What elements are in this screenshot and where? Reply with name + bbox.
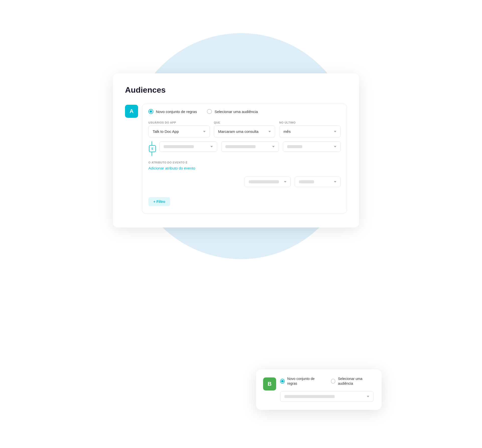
chevron-down-que-icon [268,131,271,132]
field-label-no-ultimo: NO ÚLTIMO [279,121,341,124]
radio-new-rules-b[interactable]: Novo conjunto de regras [280,376,321,386]
dropdown-placeholder-2[interactable] [221,141,279,152]
radio-new-rules-a[interactable]: Novo conjunto de regras [148,109,197,114]
dropdown-event-attr-2[interactable] [245,177,291,187]
audience-b-block: B Novo conjunto de regras Selecionar uma… [263,376,374,402]
and-badge-a: E [149,145,156,152]
chevron-down-app-icon [203,131,206,132]
dropdown-que-value: Marcaram uma consulta [218,129,259,134]
event-attr-grid [148,173,341,191]
field-placeholder-3 [283,141,341,152]
field-placeholder-2 [221,141,279,152]
chevron-down-p2-icon [272,146,275,147]
radio-circle-checked-b [280,379,285,384]
add-filter-button[interactable]: + Filtro [148,197,170,206]
field-event-attr-2 [245,177,291,187]
page-title: Audiences [125,85,347,95]
and-row-a: E [148,141,341,156]
audience-b-radio-row: Novo conjunto de regras Selecionar uma a… [280,376,374,386]
dropdown-app[interactable]: Talk to Doc App [148,126,210,137]
event-attr-section: O ATRIBUTO DO EVENTO É Adicionar atribut… [148,161,341,191]
dropdown-placeholder-3[interactable] [283,141,341,152]
event-attr-dropdowns [148,177,341,187]
main-audience-card: Audiences A Novo conjunto de regras Sele… [113,73,359,228]
filter-grid-a-row2 [159,141,341,152]
radio-circle-unchecked-b [331,379,335,384]
audience-b-label: B [263,377,276,390]
chevron-down-b-icon [367,396,369,397]
field-no-ultimo: NO ÚLTIMO mês [279,121,341,137]
dropdown-placeholder-2-value [225,145,256,148]
radio-label-new-rules-a: Novo conjunto de regras [156,109,197,114]
chevron-down-no-ultimo-icon [334,131,336,132]
chevron-down-ea2-icon [284,181,286,183]
audience-b-content: Novo conjunto de regras Selecionar uma a… [280,376,374,402]
dropdown-placeholder-1[interactable] [159,141,217,152]
audience-a-content: Novo conjunto de regras Selecionar uma a… [142,104,347,213]
radio-select-audience-b[interactable]: Selecionar uma audiência [331,376,374,386]
audience-a-block: A Novo conjunto de regras Selecionar uma… [125,104,347,213]
dropdown-que[interactable]: Marcaram uma consulta [214,126,275,137]
radio-label-select-audience-b: Selecionar uma audiência [338,376,374,386]
audience-a-label: A [125,105,138,118]
field-label-app-users: USUÁRIOS DO APP [148,121,210,124]
and-sidebar-a: E [148,141,156,156]
field-app-users: USUÁRIOS DO APP Talk to Doc App [148,121,210,137]
event-attr-label: O ATRIBUTO DO EVENTO É [148,161,341,164]
dropdown-b-main[interactable] [280,391,374,402]
add-event-link[interactable]: Adicionar atributo do evento [148,166,195,170]
dropdown-event-attr-3-value [299,180,314,183]
radio-select-audience-a[interactable]: Selecionar uma audiência [207,109,258,114]
dropdown-no-ultimo-value: mês [283,129,290,134]
dropdown-placeholder-3-value [287,145,302,148]
field-event-attr-3 [295,177,341,187]
chevron-down-p3-icon [334,146,336,147]
chevron-down-p1-icon [210,146,213,147]
chevron-down-ea3-icon [334,181,336,183]
dropdown-app-value: Talk to Doc App [153,129,179,134]
dropdown-event-attr-2-value [249,180,279,183]
radio-label-new-rules-b: Novo conjunto de regras [287,376,321,386]
radio-label-select-audience-a: Selecionar uma audiência [214,109,258,114]
audience-b-card: B Novo conjunto de regras Selecionar uma… [256,369,382,410]
field-placeholder-1 [159,141,217,152]
dropdown-event-attr-3[interactable] [295,177,341,187]
field-label-que: QUE [214,121,275,124]
filter-grid-a-row1: USUÁRIOS DO APP Talk to Doc App QUE Marc… [148,121,341,137]
audience-a-radio-row: Novo conjunto de regras Selecionar uma a… [148,109,341,114]
dropdown-b-main-value [284,395,335,398]
and-second-row-content [159,141,341,156]
radio-circle-unchecked-a [207,109,212,114]
dropdown-no-ultimo[interactable]: mês [279,126,341,137]
field-que: QUE Marcaram uma consulta [214,121,275,137]
radio-circle-checked-a [148,109,153,114]
dropdown-placeholder-1-value [164,145,194,148]
